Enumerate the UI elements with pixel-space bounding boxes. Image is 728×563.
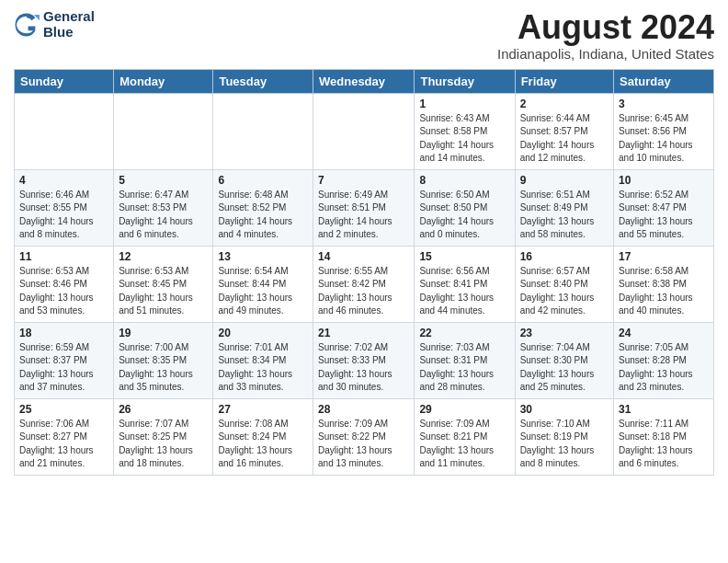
cell-2-2: 13Sunrise: 6:54 AM Sunset: 8:44 PM Dayli… — [213, 246, 313, 322]
col-tuesday: Tuesday — [213, 69, 313, 93]
header: General Blue August 2024 Indianapolis, I… — [14, 9, 714, 62]
col-friday: Friday — [515, 69, 613, 93]
logo: General Blue — [14, 9, 95, 40]
day-num-0-6: 3 — [619, 98, 709, 110]
day-info-3-0: Sunrise: 6:59 AM Sunset: 8:37 PM Dayligh… — [19, 341, 108, 395]
cell-2-6: 17Sunrise: 6:58 AM Sunset: 8:38 PM Dayli… — [614, 246, 714, 322]
month-title: August 2024 — [497, 9, 714, 46]
cell-1-3: 7Sunrise: 6:49 AM Sunset: 8:51 PM Daylig… — [313, 169, 415, 246]
week-row-0: 1Sunrise: 6:43 AM Sunset: 8:58 PM Daylig… — [15, 93, 714, 169]
day-info-3-3: Sunrise: 7:02 AM Sunset: 8:33 PM Dayligh… — [318, 341, 409, 395]
day-num-3-0: 18 — [19, 327, 108, 339]
cell-0-6: 3Sunrise: 6:45 AM Sunset: 8:56 PM Daylig… — [614, 93, 714, 169]
cell-3-1: 19Sunrise: 7:00 AM Sunset: 8:35 PM Dayli… — [114, 322, 213, 398]
day-num-1-2: 6 — [218, 174, 308, 187]
day-info-3-4: Sunrise: 7:03 AM Sunset: 8:31 PM Dayligh… — [419, 341, 509, 395]
day-info-0-4: Sunrise: 6:43 AM Sunset: 8:58 PM Dayligh… — [419, 112, 509, 166]
cell-4-0: 25Sunrise: 7:06 AM Sunset: 8:27 PM Dayli… — [15, 398, 114, 475]
day-num-1-4: 8 — [419, 174, 509, 187]
page: General Blue August 2024 Indianapolis, I… — [0, 0, 728, 563]
day-num-3-4: 22 — [419, 327, 509, 339]
week-row-1: 4Sunrise: 6:46 AM Sunset: 8:55 PM Daylig… — [15, 169, 714, 246]
cell-1-2: 6Sunrise: 6:48 AM Sunset: 8:52 PM Daylig… — [213, 169, 313, 246]
cell-4-6: 31Sunrise: 7:11 AM Sunset: 8:18 PM Dayli… — [614, 398, 714, 475]
week-row-3: 18Sunrise: 6:59 AM Sunset: 8:37 PM Dayli… — [15, 322, 714, 398]
cell-4-3: 28Sunrise: 7:09 AM Sunset: 8:22 PM Dayli… — [313, 398, 415, 475]
day-info-1-3: Sunrise: 6:49 AM Sunset: 8:51 PM Dayligh… — [318, 189, 409, 242]
col-wednesday: Wednesday — [313, 69, 415, 93]
cell-1-0: 4Sunrise: 6:46 AM Sunset: 8:55 PM Daylig… — [15, 169, 114, 246]
day-num-1-5: 9 — [520, 174, 609, 187]
cell-3-5: 23Sunrise: 7:04 AM Sunset: 8:30 PM Dayli… — [515, 322, 613, 398]
cell-1-4: 8Sunrise: 6:50 AM Sunset: 8:50 PM Daylig… — [415, 169, 515, 246]
day-num-2-0: 11 — [19, 250, 108, 263]
day-num-2-1: 12 — [119, 250, 208, 263]
day-info-4-1: Sunrise: 7:07 AM Sunset: 8:25 PM Dayligh… — [119, 418, 208, 471]
day-info-2-0: Sunrise: 6:53 AM Sunset: 8:46 PM Dayligh… — [19, 265, 108, 318]
cell-2-1: 12Sunrise: 6:53 AM Sunset: 8:45 PM Dayli… — [114, 246, 213, 322]
day-info-1-4: Sunrise: 6:50 AM Sunset: 8:50 PM Dayligh… — [419, 189, 509, 242]
cell-2-5: 16Sunrise: 6:57 AM Sunset: 8:40 PM Dayli… — [515, 246, 613, 322]
cell-3-3: 21Sunrise: 7:02 AM Sunset: 8:33 PM Dayli… — [313, 322, 415, 398]
day-info-1-0: Sunrise: 6:46 AM Sunset: 8:55 PM Dayligh… — [19, 189, 108, 242]
day-num-0-4: 1 — [419, 98, 509, 110]
day-num-4-2: 27 — [218, 403, 308, 416]
cell-2-4: 15Sunrise: 6:56 AM Sunset: 8:41 PM Dayli… — [415, 246, 515, 322]
cell-0-2 — [213, 93, 313, 169]
cell-0-4: 1Sunrise: 6:43 AM Sunset: 8:58 PM Daylig… — [415, 93, 515, 169]
day-info-3-5: Sunrise: 7:04 AM Sunset: 8:30 PM Dayligh… — [520, 341, 609, 395]
cell-3-6: 24Sunrise: 7:05 AM Sunset: 8:28 PM Dayli… — [614, 322, 714, 398]
day-info-1-6: Sunrise: 6:52 AM Sunset: 8:47 PM Dayligh… — [619, 189, 709, 242]
day-num-4-3: 28 — [318, 403, 409, 416]
day-info-2-4: Sunrise: 6:56 AM Sunset: 8:41 PM Dayligh… — [419, 265, 509, 318]
col-saturday: Saturday — [614, 69, 714, 93]
day-info-1-2: Sunrise: 6:48 AM Sunset: 8:52 PM Dayligh… — [218, 189, 308, 242]
col-thursday: Thursday — [415, 69, 515, 93]
cell-4-2: 27Sunrise: 7:08 AM Sunset: 8:24 PM Dayli… — [213, 398, 313, 475]
day-info-1-1: Sunrise: 6:47 AM Sunset: 8:53 PM Dayligh… — [119, 189, 208, 242]
cell-3-2: 20Sunrise: 7:01 AM Sunset: 8:34 PM Dayli… — [213, 322, 313, 398]
cell-4-1: 26Sunrise: 7:07 AM Sunset: 8:25 PM Dayli… — [114, 398, 213, 475]
day-info-0-5: Sunrise: 6:44 AM Sunset: 8:57 PM Dayligh… — [520, 112, 609, 166]
day-info-3-6: Sunrise: 7:05 AM Sunset: 8:28 PM Dayligh… — [619, 341, 709, 395]
location: Indianapolis, Indiana, United States — [497, 46, 714, 62]
day-info-1-5: Sunrise: 6:51 AM Sunset: 8:49 PM Dayligh… — [520, 189, 609, 242]
cell-1-6: 10Sunrise: 6:52 AM Sunset: 8:47 PM Dayli… — [614, 169, 714, 246]
day-num-2-4: 15 — [419, 250, 509, 263]
day-num-2-2: 13 — [218, 250, 308, 263]
day-num-3-3: 21 — [318, 327, 409, 339]
day-info-2-5: Sunrise: 6:57 AM Sunset: 8:40 PM Dayligh… — [520, 265, 609, 318]
day-info-4-5: Sunrise: 7:10 AM Sunset: 8:19 PM Dayligh… — [520, 418, 609, 471]
day-num-4-5: 30 — [520, 403, 609, 416]
cell-0-0 — [15, 93, 114, 169]
logo-line1: General — [43, 8, 95, 24]
day-info-4-3: Sunrise: 7:09 AM Sunset: 8:22 PM Dayligh… — [318, 418, 409, 471]
week-row-2: 11Sunrise: 6:53 AM Sunset: 8:46 PM Dayli… — [15, 246, 714, 322]
cell-3-0: 18Sunrise: 6:59 AM Sunset: 8:37 PM Dayli… — [15, 322, 114, 398]
col-monday: Monday — [114, 69, 213, 93]
day-info-4-6: Sunrise: 7:11 AM Sunset: 8:18 PM Dayligh… — [619, 418, 709, 471]
cell-0-3 — [313, 93, 415, 169]
day-num-1-0: 4 — [19, 174, 108, 187]
day-info-3-2: Sunrise: 7:01 AM Sunset: 8:34 PM Dayligh… — [218, 341, 308, 395]
day-info-2-2: Sunrise: 6:54 AM Sunset: 8:44 PM Dayligh… — [218, 265, 308, 318]
day-num-2-5: 16 — [520, 250, 609, 263]
cell-0-1 — [114, 93, 213, 169]
day-num-3-1: 19 — [119, 327, 208, 339]
title-area: August 2024 Indianapolis, Indiana, Unite… — [497, 9, 714, 62]
cell-4-5: 30Sunrise: 7:10 AM Sunset: 8:19 PM Dayli… — [515, 398, 613, 475]
day-num-1-6: 10 — [619, 174, 709, 187]
cell-2-0: 11Sunrise: 6:53 AM Sunset: 8:46 PM Dayli… — [15, 246, 114, 322]
cell-1-1: 5Sunrise: 6:47 AM Sunset: 8:53 PM Daylig… — [114, 169, 213, 246]
day-num-4-1: 26 — [119, 403, 208, 416]
day-info-4-2: Sunrise: 7:08 AM Sunset: 8:24 PM Dayligh… — [218, 418, 308, 471]
day-num-3-5: 23 — [520, 327, 609, 339]
day-num-2-6: 17 — [619, 250, 709, 263]
day-num-4-4: 29 — [419, 403, 509, 416]
day-info-2-1: Sunrise: 6:53 AM Sunset: 8:45 PM Dayligh… — [119, 265, 208, 318]
week-row-4: 25Sunrise: 7:06 AM Sunset: 8:27 PM Dayli… — [15, 398, 714, 475]
cell-1-5: 9Sunrise: 6:51 AM Sunset: 8:49 PM Daylig… — [515, 169, 613, 246]
logo-icon — [14, 12, 40, 38]
cell-3-4: 22Sunrise: 7:03 AM Sunset: 8:31 PM Dayli… — [415, 322, 515, 398]
cell-4-4: 29Sunrise: 7:09 AM Sunset: 8:21 PM Dayli… — [415, 398, 515, 475]
